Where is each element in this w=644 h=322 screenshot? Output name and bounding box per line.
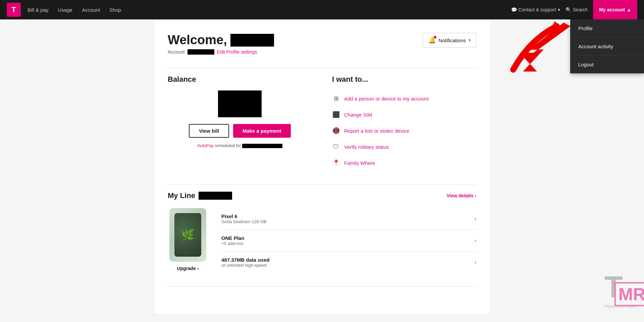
dropdown-logout[interactable]: Logout (570, 56, 644, 73)
navbar: T Bill & pay Usage Account Shop 💬 Contac… (0, 0, 644, 19)
phone-screen: 🌿 (174, 213, 201, 257)
contact-support-button[interactable]: 💬 Contact & support ▾ (511, 7, 560, 12)
nav-account[interactable]: Account (82, 7, 100, 13)
myline-title: My Line (168, 191, 232, 200)
data-usage-info: 487.37MB data used of unlimited high-spe… (221, 257, 269, 268)
chevron-right-icon: › (475, 238, 476, 244)
iwantto-verify-military[interactable]: 🛡 Verify military status (332, 139, 476, 155)
myline-device-row[interactable]: Pixel 6 Sorta Seafoam 128 GB › (221, 208, 476, 230)
nav-bill-pay[interactable]: Bill & pay (28, 7, 49, 13)
iwantto-section: I want to... ⊞ Add a person or device to… (332, 75, 476, 171)
add-person-icon: ⊞ (332, 94, 340, 103)
divider-2 (168, 184, 476, 185)
view-details-link[interactable]: View details › (447, 193, 476, 198)
user-name-redacted (230, 34, 274, 47)
chevron-right-icon: › (475, 216, 476, 222)
nav-links: Bill & pay Usage Account Shop (28, 7, 511, 13)
iwantto-title: I want to... (332, 75, 476, 84)
main-content: Welcome, Account Edit Profile settings 🔔… (154, 19, 490, 314)
nav-usage[interactable]: Usage (58, 7, 72, 13)
search-icon: 🔍 (566, 7, 571, 12)
chat-icon: 💬 (511, 7, 517, 12)
military-icon: 🛡 (332, 143, 340, 151)
edit-profile-link[interactable]: Edit Profile settings (217, 49, 257, 55)
tmr-watermark: T MR https://tmo.report (604, 272, 637, 309)
balance-title: Balance (168, 75, 312, 84)
make-payment-button[interactable]: Make a payment (233, 124, 291, 138)
welcome-left: Welcome, Account Edit Profile settings (168, 33, 274, 55)
phone-thumbnail: 🌿 (169, 208, 206, 262)
account-number-redacted (187, 49, 214, 55)
device-info: Pixel 6 Sorta Seafoam 128 GB (221, 213, 266, 224)
notifications-button[interactable]: 🔔 Notifications ▾ (423, 33, 476, 48)
chevron-down-icon: ▾ (469, 38, 471, 43)
chevron-right-icon: › (475, 259, 476, 265)
chevron-down-icon: ▾ (558, 7, 560, 12)
myline-header: My Line View details › (168, 191, 476, 200)
iwantto-report-device[interactable]: 📵 Report a lost or stolen device (332, 123, 476, 139)
myline-content: 🌿 Upgrade › Pixel 6 Sorta Seafoam 128 GB… (168, 208, 476, 273)
phone-screen-content: 🌿 (174, 213, 201, 257)
line-number-redacted (199, 192, 232, 200)
bell-icon: 🔔 (428, 37, 436, 44)
tmr-t-letter: T (604, 270, 623, 304)
iwantto-list: ⊞ Add a person or device to my account ⬛… (332, 90, 476, 171)
two-column-section: Balance View bill Make a payment AutoPay… (168, 75, 476, 171)
myline-section: My Line View details › 🌿 Upgrade › (168, 191, 476, 273)
navbar-right: 💬 Contact & support ▾ 🔍 Search My accoun… (511, 0, 637, 19)
myline-data-row[interactable]: 487.37MB data used of unlimited high-spe… (221, 252, 476, 273)
iwantto-family-where[interactable]: 📍 Family Where (332, 155, 476, 171)
welcome-section: Welcome, Account Edit Profile settings 🔔… (168, 33, 476, 55)
lost-device-icon: 📵 (332, 127, 340, 135)
iwantto-change-sim[interactable]: ⬛ Change SIM (332, 107, 476, 123)
dropdown-account-activity[interactable]: Account activity (570, 38, 644, 56)
autopay-text: AutoPay scheduled for (168, 143, 312, 148)
myline-plan-row[interactable]: ONE Plan +5 add-ons › (221, 230, 476, 252)
my-account-button[interactable]: My account ▲ (593, 0, 637, 19)
autopay-link[interactable]: AutoPay (197, 143, 214, 148)
welcome-heading: Welcome, (168, 33, 274, 47)
sim-icon: ⬛ (332, 111, 340, 119)
family-where-icon: 📍 (332, 159, 340, 167)
welcome-right: 🔔 Notifications ▾ (423, 33, 476, 48)
dropdown-profile[interactable]: Profile (570, 19, 644, 38)
upgrade-link[interactable]: Upgrade › (177, 266, 199, 271)
account-dropdown: Profile Account activity Logout (570, 19, 644, 73)
tmobile-logo[interactable]: T (7, 3, 21, 17)
plan-info: ONE Plan +5 add-ons (221, 235, 244, 246)
view-bill-button[interactable]: View bill (189, 124, 229, 138)
balance-center: View bill Make a payment AutoPay schedul… (168, 90, 312, 148)
myline-details: Pixel 6 Sorta Seafoam 128 GB › ONE Plan … (221, 208, 476, 273)
autopay-date-redacted (242, 144, 282, 148)
balance-section: Balance View bill Make a payment AutoPay… (168, 75, 312, 171)
tmr-url: https://tmo.report (604, 304, 637, 309)
tmr-mr-letters: MR (614, 282, 644, 306)
divider-3 (168, 286, 476, 287)
account-info: Account Edit Profile settings (168, 49, 274, 55)
red-arrow (503, 19, 570, 73)
notification-dot (434, 36, 436, 39)
divider-1 (168, 68, 476, 68)
chevron-up-icon: ▲ (627, 7, 631, 12)
balance-buttons: View bill Make a payment (168, 124, 312, 138)
balance-amount-redacted (218, 90, 262, 117)
search-button[interactable]: 🔍 Search (566, 7, 588, 12)
nav-shop[interactable]: Shop (109, 7, 121, 13)
svg-marker-0 (520, 23, 570, 71)
iwantto-add-person[interactable]: ⊞ Add a person or device to my account (332, 90, 476, 107)
phone-image-section: 🌿 Upgrade › (168, 208, 208, 273)
svg-marker-1 (550, 21, 562, 31)
